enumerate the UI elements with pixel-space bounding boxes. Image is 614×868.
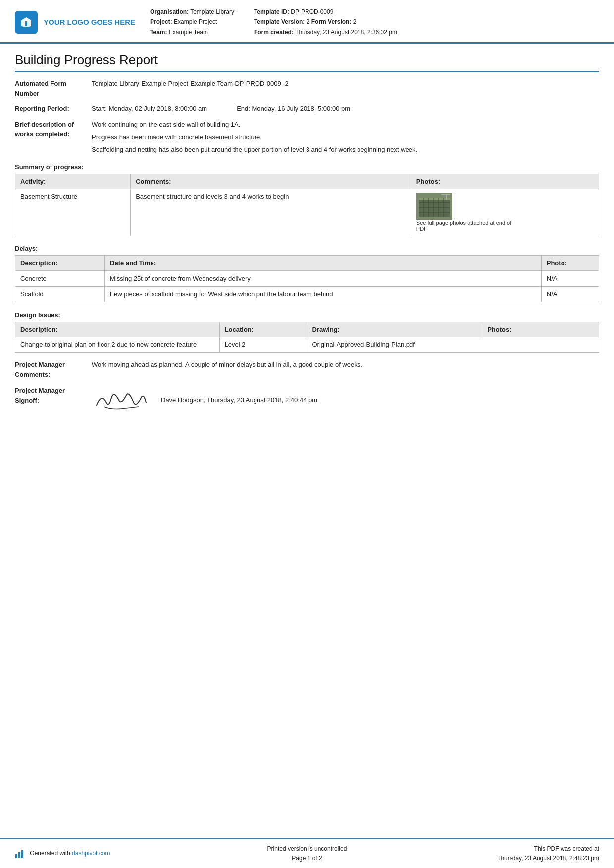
footer-generated: Generated with dashpivot.com	[15, 849, 209, 858]
footer-printed: Printed version is uncontrolled	[209, 844, 404, 854]
summary-col-comments: Comments:	[131, 174, 411, 189]
table-row: Basement Structure Basement structure an…	[15, 189, 599, 236]
dashpivot-icon	[15, 849, 26, 858]
delays-heading: Delays:	[15, 245, 599, 252]
brief-desc-para-3: Scaffolding and netting has also been pu…	[92, 145, 599, 155]
report-title: Building Progress Report	[15, 52, 599, 72]
delays-row2-photo: N/A	[541, 287, 599, 302]
footer-page-of: of 2	[312, 855, 322, 862]
brief-desc-value: Work continuing on the east side wall of…	[92, 120, 599, 155]
design-row1-photos	[482, 337, 599, 353]
signature-area: Dave Hodgson, Thursday, 23 August 2018, …	[92, 388, 599, 413]
footer-pdf-created-value: Thursday, 23 August 2018, 2:48:23 pm	[405, 854, 599, 863]
footer-generated-text: Generated with	[30, 850, 72, 857]
delays-col-photo: Photo:	[541, 256, 599, 271]
brief-desc-label: Brief description of works completed:	[15, 120, 92, 139]
reporting-end: End: Monday, 16 July 2018, 5:00:00 pm	[237, 104, 350, 114]
delays-row2-description: Scaffold	[15, 287, 105, 302]
design-issues-table: Description: Location: Drawing: Photos: …	[15, 322, 599, 353]
project-value: Example Project	[174, 18, 217, 25]
svg-rect-16	[21, 850, 23, 858]
footer-dashpivot-link[interactable]: dashpivot.com	[72, 850, 110, 857]
template-version-value: 2	[307, 18, 310, 25]
design-issues-heading: Design Issues:	[15, 311, 599, 319]
header-ids: Template ID: DP-PROD-0009 Template Versi…	[254, 7, 397, 37]
header-meta: Organisation: Template Library Project: …	[150, 7, 599, 37]
delays-col-description: Description:	[15, 256, 105, 271]
table-row: Change to original plan on floor 2 due t…	[15, 337, 599, 353]
summary-col-activity: Activity:	[15, 174, 131, 189]
footer-pdf-created: This PDF was created at Thursday, 23 Aug…	[405, 844, 599, 863]
form-created-label: Form created:	[254, 29, 294, 36]
pm-signoff-row: Project Manager Signoff: Dave Hodgson, T…	[15, 386, 599, 413]
project-label: Project:	[150, 18, 172, 25]
building-thumbnail	[416, 193, 452, 220]
table-row: Concrete Missing 25t of concrete from We…	[15, 271, 599, 287]
delays-row1-datetime: Missing 25t of concrete from Wednesday d…	[105, 271, 542, 287]
pm-comments-row: Project Manager Comments: Work moving ah…	[15, 360, 599, 379]
org-label: Organisation:	[150, 8, 189, 15]
logo-text: YOUR LOGO GOES HERE	[44, 18, 135, 27]
footer-page: Printed version is uncontrolled Page 1 o…	[209, 844, 404, 863]
form-created-value: Thursday, 23 August 2018, 2:36:02 pm	[295, 29, 397, 36]
automated-form-label: Automated Form Number	[15, 79, 92, 98]
logo-icon	[15, 11, 38, 34]
design-row1-description: Change to original plan on floor 2 due t…	[15, 337, 220, 353]
delays-row1-description: Concrete	[15, 271, 105, 287]
table-row: Scaffold Few pieces of scaffold missing …	[15, 287, 599, 302]
reporting-period-value: Start: Monday, 02 July 2018, 8:00:00 am …	[92, 104, 599, 114]
template-version-label: Template Version:	[254, 18, 305, 25]
pm-comments-label: Project Manager Comments:	[15, 360, 92, 379]
delays-table: Description: Date and Time: Photo: Concr…	[15, 255, 599, 302]
summary-row-activity: Basement Structure	[15, 189, 131, 236]
form-version-label: Form Version:	[311, 18, 352, 25]
summary-col-photos: Photos:	[411, 174, 599, 189]
footer-page-number: Page 1 of 2	[209, 854, 404, 863]
summary-table: Activity: Comments: Photos: Basement Str…	[15, 174, 599, 236]
automated-form-value: Template Library-Example Project-Example…	[92, 79, 599, 89]
team-value: Example Team	[169, 29, 208, 36]
photo-cell: See full page photos attached at end of …	[416, 193, 594, 232]
reporting-period-label: Reporting Period:	[15, 104, 92, 114]
team-label: Team:	[150, 29, 167, 36]
page-footer: Generated with dashpivot.com Printed ver…	[0, 838, 614, 868]
reporting-start: Start: Monday, 02 July 2018, 8:00:00 am	[92, 104, 207, 114]
template-id-label: Template ID:	[254, 8, 289, 15]
svg-rect-0	[25, 21, 27, 26]
footer-pdf-created-label: This PDF was created at	[405, 844, 599, 854]
header-org-project: Organisation: Template Library Project: …	[150, 7, 234, 37]
design-col-description: Description:	[15, 322, 220, 337]
svg-rect-2	[419, 198, 450, 217]
pm-signoff-name: Dave Hodgson, Thursday, 23 August 2018, …	[161, 395, 317, 405]
brief-desc-para-1: Work continuing on the east side wall of…	[92, 120, 599, 130]
template-id-value: DP-PROD-0009	[291, 8, 333, 15]
design-row1-drawing: Original-Approved-Building-Plan.pdf	[307, 337, 482, 353]
page-header: YOUR LOGO GOES HERE Organisation: Templa…	[0, 0, 614, 44]
org-value: Template Library	[190, 8, 234, 15]
brief-desc-para-2: Progress has been made with concrete bas…	[92, 132, 599, 142]
pm-signoff-area: Dave Hodgson, Thursday, 23 August 2018, …	[92, 386, 599, 413]
svg-rect-14	[15, 854, 17, 858]
design-col-location: Location:	[219, 322, 307, 337]
delays-col-datetime: Date and Time:	[105, 256, 542, 271]
design-col-photos: Photos:	[482, 322, 599, 337]
footer-page-label: Page	[292, 855, 306, 862]
pm-comments-value: Work moving ahead as planned. A couple o…	[92, 360, 599, 370]
summary-row-photos: See full page photos attached at end of …	[411, 189, 599, 236]
main-content: Building Progress Report Automated Form …	[0, 44, 614, 458]
signature-image	[92, 388, 151, 413]
brief-desc-row: Brief description of works completed: Wo…	[15, 120, 599, 155]
logo-area: YOUR LOGO GOES HERE	[15, 7, 135, 37]
reporting-period-row: Reporting Period: Start: Monday, 02 July…	[15, 104, 599, 114]
footer-page-current: 1	[307, 855, 311, 862]
summary-heading: Summary of progress:	[15, 163, 599, 171]
delays-row1-photo: N/A	[541, 271, 599, 287]
delays-row2-datetime: Few pieces of scaffold missing for West …	[105, 287, 542, 302]
summary-row-comments: Basement structure and levels 3 and 4 wo…	[131, 189, 411, 236]
svg-rect-3	[419, 198, 450, 200]
design-row1-location: Level 2	[219, 337, 307, 353]
design-col-drawing: Drawing:	[307, 322, 482, 337]
form-version-value: 2	[353, 18, 357, 25]
automated-form-row: Automated Form Number Template Library-E…	[15, 79, 599, 98]
svg-rect-15	[18, 852, 20, 858]
